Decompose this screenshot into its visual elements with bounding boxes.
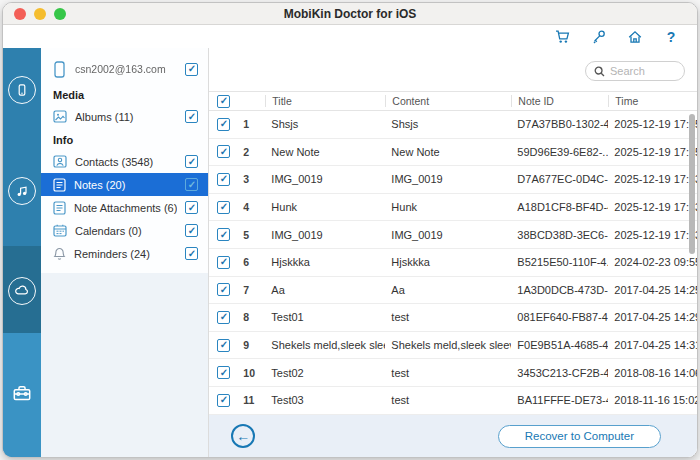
- toolbox-icon[interactable]: [8, 379, 36, 407]
- table-row[interactable]: 5 IMG_0019 IMG_0019 38BCD38D-3EC6-... 20…: [209, 221, 697, 249]
- contacts-icon: [53, 155, 67, 168]
- sidebar-item-label: Note Attachments (6): [74, 202, 177, 214]
- account-checkbox[interactable]: [185, 63, 198, 76]
- icloud-recovery-icon[interactable]: [8, 277, 36, 305]
- device-recovery-icon[interactable]: [8, 76, 36, 104]
- note-attachments-checkbox[interactable]: [185, 201, 198, 214]
- albums-checkbox[interactable]: [185, 110, 198, 123]
- main-panel: Title Content Note ID Time 1 Shsjs Shsjs…: [209, 48, 697, 457]
- row-title: Hunk: [265, 201, 385, 213]
- notes-checkbox[interactable]: [185, 178, 198, 191]
- key-icon[interactable]: [591, 29, 607, 45]
- search-input[interactable]: [610, 65, 676, 77]
- table-row[interactable]: 10 Test02 test 3453C213-CF2B-4... 2018-0…: [209, 359, 697, 387]
- home-icon[interactable]: [627, 29, 643, 45]
- table-row[interactable]: 8 Test01 test 081EF640-FB87-4... 2017-04…: [209, 304, 697, 332]
- sidebar-item-reminders[interactable]: Reminders (24): [41, 242, 208, 265]
- table-row[interactable]: 2 New Note New Note 59D96E39-6E82-... 20…: [209, 139, 697, 167]
- sidebar-item-albums[interactable]: Albums (11): [41, 105, 208, 128]
- row-number: 5: [243, 229, 265, 241]
- row-checkbox[interactable]: [217, 366, 230, 379]
- row-number: 7: [243, 284, 265, 296]
- row-content: New Note: [385, 146, 511, 158]
- row-time: 2025-12-19 17:13:30: [608, 229, 697, 241]
- column-time[interactable]: Time: [608, 95, 697, 107]
- row-checkbox[interactable]: [217, 311, 230, 324]
- sidebar-item-contacts[interactable]: Contacts (3548): [41, 150, 208, 173]
- row-checkbox[interactable]: [217, 283, 230, 296]
- row-time: 2025-12-19 17:15:10: [608, 146, 697, 158]
- media-section-label: Media: [41, 83, 208, 105]
- row-note-id: 3453C213-CF2B-4...: [511, 367, 608, 379]
- sidebar: csn2002@163.com Media Albums (11) Info: [41, 48, 209, 457]
- row-content: test: [385, 311, 511, 323]
- help-icon[interactable]: ?: [663, 29, 679, 45]
- column-note-id[interactable]: Note ID: [511, 95, 608, 107]
- content-area: csn2002@163.com Media Albums (11) Info: [3, 48, 697, 457]
- row-title: Shsjs: [265, 118, 385, 130]
- module-nav-strip: [3, 48, 41, 457]
- row-title: Test02: [265, 367, 385, 379]
- sidebar-item-note-attachments[interactable]: Note Attachments (6): [41, 196, 208, 219]
- reminders-bell-icon: [53, 247, 66, 261]
- row-number: 2: [243, 146, 265, 158]
- row-note-id: F0E9B51A-4685-4...: [511, 339, 608, 351]
- row-time: 2017-04-25 14:31:34: [608, 339, 697, 351]
- row-content: Aa: [385, 284, 511, 296]
- sidebar-item-label: Calendars (0): [75, 225, 177, 237]
- phone-icon: [52, 61, 67, 78]
- row-checkbox[interactable]: [217, 201, 230, 214]
- table-row[interactable]: 1 Shsjs Shsjs D7A37BB0-1302-4... 2025-12…: [209, 111, 697, 139]
- row-content: IMG_0019: [385, 229, 511, 241]
- vertical-scrollbar[interactable]: [689, 114, 695, 254]
- zoom-button[interactable]: [54, 8, 66, 20]
- sidebar-list: csn2002@163.com Media Albums (11) Info: [41, 48, 208, 273]
- row-checkbox[interactable]: [217, 118, 230, 131]
- table-row[interactable]: 6 Hjskkka Hjskkka B5215E50-110F-4... 202…: [209, 249, 697, 277]
- sidebar-item-calendars[interactable]: Calendars (0): [41, 219, 208, 242]
- row-time: 2018-08-16 14:06:53: [608, 367, 697, 379]
- row-checkbox[interactable]: [217, 339, 230, 352]
- table-row[interactable]: 3 IMG_0019 IMG_0019 D7A677EC-0D4C-... 20…: [209, 166, 697, 194]
- app-window: MobiKin Doctor for iOS ?: [2, 2, 698, 458]
- table-row[interactable]: 9 Shekels meld,sleek slee... Shekels mel…: [209, 332, 697, 360]
- table-row[interactable]: 7 Aa Aa 1A3D0DCB-473D-... 2017-04-25 14:…: [209, 277, 697, 305]
- account-row[interactable]: csn2002@163.com: [41, 55, 208, 83]
- contacts-checkbox[interactable]: [185, 155, 198, 168]
- row-checkbox[interactable]: [217, 145, 230, 158]
- cart-icon[interactable]: [555, 29, 571, 45]
- traffic-lights: [14, 8, 66, 20]
- table-body: 1 Shsjs Shsjs D7A37BB0-1302-4... 2025-12…: [209, 111, 697, 415]
- row-content: IMG_0019: [385, 173, 511, 185]
- row-title: IMG_0019: [265, 173, 385, 185]
- row-checkbox[interactable]: [217, 394, 230, 407]
- calendars-checkbox[interactable]: [185, 224, 198, 237]
- close-button[interactable]: [14, 8, 26, 20]
- sidebar-item-notes[interactable]: Notes (20): [41, 173, 208, 196]
- row-title: Hjskkka: [265, 256, 385, 268]
- row-content: Hunk: [385, 201, 511, 213]
- column-title[interactable]: Title: [265, 95, 385, 107]
- row-checkbox[interactable]: [217, 228, 230, 241]
- albums-icon: [53, 110, 67, 123]
- search-box[interactable]: [585, 61, 685, 81]
- recover-to-computer-button[interactable]: Recover to Computer: [498, 425, 661, 448]
- back-button[interactable]: ←: [231, 424, 255, 448]
- table-row[interactable]: 4 Hunk Hunk A18D1CF8-BF4D-4... 2025-12-1…: [209, 194, 697, 222]
- footer-bar: ← Recover to Computer: [209, 415, 697, 457]
- column-content[interactable]: Content: [385, 95, 511, 107]
- row-number: 8: [243, 311, 265, 323]
- row-checkbox[interactable]: [217, 256, 230, 269]
- row-title: Aa: [265, 284, 385, 296]
- row-content: Shekels meld,sleek sleev...: [385, 339, 511, 351]
- select-all-checkbox[interactable]: [217, 95, 230, 108]
- row-number: 4: [243, 201, 265, 213]
- row-note-id: 38BCD38D-3EC6-...: [511, 229, 608, 241]
- row-checkbox[interactable]: [217, 173, 230, 186]
- media-recovery-icon[interactable]: [8, 177, 36, 205]
- reminders-checkbox[interactable]: [185, 247, 198, 260]
- minimize-button[interactable]: [34, 8, 46, 20]
- row-content: test: [385, 367, 511, 379]
- table-row[interactable]: 11 Test03 test BA11FFFE-DE73-4... 2018-1…: [209, 387, 697, 415]
- row-content: Hjskkka: [385, 256, 511, 268]
